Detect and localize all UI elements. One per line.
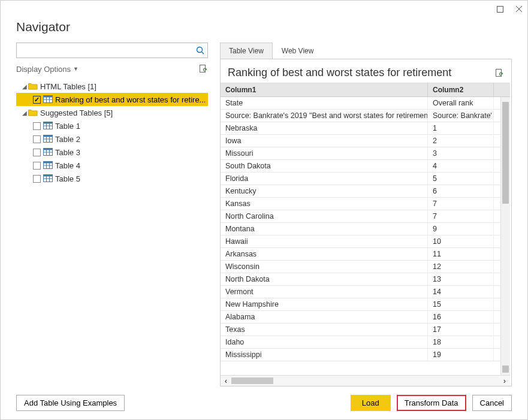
table-row[interactable]: Kentucky6 (221, 185, 510, 198)
refresh-icon[interactable] (198, 64, 208, 74)
data-grid: Column1 Column2 StateOverall rankSource:… (221, 83, 511, 386)
search-field[interactable] (17, 46, 193, 55)
checkbox-icon[interactable] (33, 175, 41, 183)
table-row[interactable]: Idaho18 (221, 336, 510, 349)
cancel-button[interactable]: Cancel (472, 395, 512, 411)
transform-data-button[interactable]: Transform Data (397, 395, 466, 411)
cell: Kansas (221, 198, 428, 210)
display-options-label: Display Options (16, 65, 71, 74)
cell: 6 (428, 185, 494, 197)
horizontal-scrollbar[interactable]: ‹ › (221, 375, 510, 386)
chevron-down-icon: ▼ (73, 66, 79, 72)
table-row[interactable]: Source: Bankrate's 2019 "Best and worst … (221, 110, 510, 122)
svg-rect-32 (44, 175, 53, 177)
cell: 17 (428, 324, 494, 336)
scroll-thumb[interactable] (231, 377, 273, 384)
scroll-thumb[interactable] (502, 102, 509, 204)
cell: 7 (428, 198, 494, 210)
table-row[interactable]: Nebraska1 (221, 122, 510, 135)
tree-item-label: Table 3 (55, 148, 80, 157)
tab-table-view[interactable]: Table View (220, 43, 273, 59)
column-header[interactable]: Column2 (428, 83, 494, 96)
cell: Vermont (221, 286, 428, 298)
cell: 2 (428, 135, 494, 147)
cell: South Dakota (221, 160, 428, 172)
close-button[interactable] (513, 3, 525, 15)
scroll-left-icon[interactable]: ‹ (221, 376, 231, 386)
table-row[interactable]: Missouri3 (221, 147, 510, 160)
tree-item-suggested-table[interactable]: Table 4 (16, 159, 208, 172)
cell: North Dakota (221, 273, 428, 285)
svg-rect-12 (44, 122, 53, 124)
tree-item-label: Table 5 (55, 174, 80, 183)
cell: Arkansas (221, 248, 428, 260)
scroll-right-icon[interactable]: › (499, 376, 510, 386)
svg-rect-22 (44, 149, 53, 150)
cell: Iowa (221, 135, 428, 147)
checkbox-icon[interactable] (33, 149, 41, 156)
table-row[interactable]: Wisconsin12 (221, 261, 510, 273)
cell: 12 (428, 261, 494, 273)
tree-item-suggested-table[interactable]: Table 3 (16, 146, 208, 159)
search-input[interactable] (16, 43, 208, 58)
svg-rect-0 (497, 6, 503, 12)
checkbox-icon[interactable] (33, 135, 41, 143)
load-button[interactable]: Load (351, 395, 391, 411)
checkbox-icon[interactable] (33, 122, 41, 130)
checkbox-icon[interactable] (33, 162, 41, 170)
display-options-dropdown[interactable]: Display Options ▼ (16, 65, 79, 74)
cell: 19 (428, 349, 494, 361)
table-row[interactable]: Hawaii10 (221, 235, 510, 248)
cell: Mississippi (221, 349, 428, 361)
vertical-scrollbar[interactable] (500, 97, 510, 375)
cell: Overall rank (428, 97, 494, 109)
dialog-title: Navigator (16, 20, 512, 34)
tree-group-html-tables[interactable]: ◢ HTML Tables [1] (16, 80, 208, 93)
table-row[interactable]: Kansas7 (221, 198, 510, 210)
maximize-button[interactable] (494, 3, 506, 15)
tree-item-suggested-table[interactable]: Table 5 (16, 172, 208, 185)
cell: 13 (428, 273, 494, 285)
column-header[interactable]: Column1 (221, 83, 428, 96)
svg-rect-17 (44, 135, 53, 137)
table-row[interactable]: Florida5 (221, 173, 510, 185)
table-row[interactable]: Texas17 (221, 324, 510, 336)
cell: North Carolina (221, 210, 428, 222)
caret-down-icon: ◢ (21, 110, 28, 116)
table-row[interactable]: Mississippi19 (221, 349, 510, 361)
refresh-preview-icon[interactable] (494, 68, 504, 78)
tree-item-suggested-table[interactable]: Table 2 (16, 132, 208, 146)
view-tabs: Table View Web View (220, 43, 512, 59)
tree-group-suggested-tables[interactable]: ◢ Suggested Tables [5] (16, 106, 208, 119)
tree-item-suggested-table[interactable]: Table 1 (16, 119, 208, 132)
tree-item-label: Table 4 (55, 161, 80, 170)
cell: Florida (221, 173, 428, 185)
table-row[interactable]: Vermont14 (221, 286, 510, 298)
table-row[interactable]: Alabama16 (221, 311, 510, 324)
folder-icon (28, 108, 38, 117)
table-row[interactable]: South Dakota4 (221, 160, 510, 173)
table-row[interactable]: Montana9 (221, 223, 510, 235)
table-row[interactable]: StateOverall rank (221, 97, 510, 110)
table-row[interactable]: New Hampshire15 (221, 298, 510, 311)
cell: Source: Bankrate's 2019 "Best and worst … (221, 110, 428, 122)
table-row[interactable]: Arkansas11 (221, 248, 510, 261)
search-icon[interactable] (193, 46, 207, 55)
scroll-thumb[interactable] (502, 365, 509, 373)
add-table-using-examples-button[interactable]: Add Table Using Examples (16, 395, 125, 411)
cell: Montana (221, 223, 428, 235)
tree-item-ranking[interactable]: ✓ Ranking of best and worst states for r… (16, 93, 208, 106)
cell: New Hampshire (221, 298, 428, 310)
cell: 4 (428, 160, 494, 172)
cell: Source: Bankrate' (428, 110, 494, 122)
table-row[interactable]: Iowa2 (221, 135, 510, 147)
checkbox-checked-icon[interactable]: ✓ (33, 96, 41, 104)
cell: Missouri (221, 147, 428, 159)
tab-web-view[interactable]: Web View (273, 43, 323, 59)
svg-rect-27 (44, 162, 53, 164)
table-row[interactable]: North Carolina7 (221, 210, 510, 223)
cell: Alabama (221, 311, 428, 323)
tree-item-label: Table 2 (55, 135, 80, 144)
table-row[interactable]: North Dakota13 (221, 273, 510, 286)
tree-item-label: Ranking of best and worst states for ret… (55, 95, 206, 104)
